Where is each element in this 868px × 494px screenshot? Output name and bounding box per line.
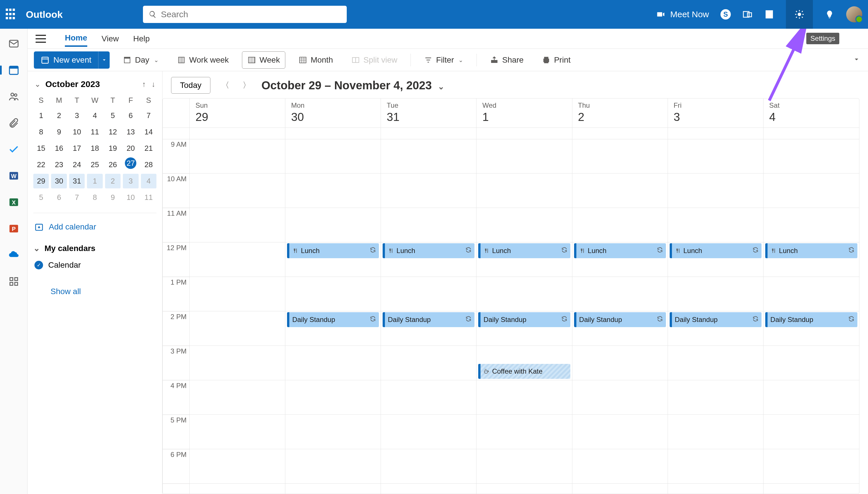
event-lunch[interactable]: Lunch: [287, 243, 379, 258]
mini-day[interactable]: 5: [33, 190, 49, 205]
people-rail-icon[interactable]: [7, 90, 20, 103]
mini-day[interactable]: 7: [69, 190, 85, 205]
app-launcher[interactable]: [6, 8, 17, 20]
mini-day[interactable]: 25: [87, 157, 102, 172]
event-standup[interactable]: Daily Standup: [574, 312, 666, 327]
mini-day[interactable]: 4: [141, 174, 156, 188]
mini-day[interactable]: 27: [125, 157, 136, 169]
mini-day[interactable]: 24: [69, 157, 85, 172]
tab-home[interactable]: Home: [65, 31, 87, 47]
account-avatar[interactable]: [846, 6, 862, 22]
todo-rail-icon[interactable]: [7, 143, 20, 156]
mini-day[interactable]: 26: [105, 157, 121, 172]
nav-toggle[interactable]: [36, 35, 46, 43]
mini-day[interactable]: 8: [33, 125, 49, 139]
chevron-down-icon[interactable]: ⌄: [35, 80, 41, 89]
prev-week-button[interactable]: 〈: [219, 80, 232, 91]
event-coffee[interactable]: Coffee with Kate: [478, 364, 570, 379]
mini-day[interactable]: 6: [51, 190, 66, 205]
my-calendars-toggle[interactable]: ⌄ My calendars: [33, 244, 156, 253]
mini-day[interactable]: 14: [141, 125, 156, 139]
mini-day[interactable]: 19: [105, 141, 121, 156]
day-column[interactable]: [190, 139, 285, 494]
tab-view[interactable]: View: [102, 31, 119, 46]
skype-icon[interactable]: S: [721, 9, 731, 20]
new-event-caret[interactable]: [98, 52, 110, 69]
mini-day[interactable]: 2: [51, 108, 66, 123]
mini-day[interactable]: 7: [141, 108, 156, 123]
mini-day[interactable]: 20: [123, 141, 138, 156]
event-lunch[interactable]: Lunch: [382, 243, 474, 258]
mini-day[interactable]: 30: [51, 174, 66, 188]
calendar-rail-icon[interactable]: [7, 64, 20, 76]
teams-icon[interactable]: [742, 9, 753, 20]
event-standup[interactable]: Daily Standup: [382, 312, 474, 327]
next-week-button[interactable]: 〉: [240, 80, 253, 91]
mini-day[interactable]: 2: [105, 174, 121, 188]
mini-day[interactable]: 16: [51, 141, 66, 156]
mini-day[interactable]: 8: [87, 190, 102, 205]
mini-day[interactable]: 15: [33, 141, 49, 156]
powerpoint-rail-icon[interactable]: P: [7, 222, 20, 235]
new-event-button[interactable]: New event: [34, 52, 98, 69]
calendar-list-item[interactable]: ✓ Calendar: [33, 261, 156, 270]
weekday-header[interactable]: Tue31: [381, 98, 476, 128]
weekday-header[interactable]: Sun29: [190, 98, 285, 128]
mini-day[interactable]: 12: [105, 125, 121, 139]
calendar-checkbox-icon[interactable]: ✓: [35, 261, 43, 269]
tips-icon[interactable]: [824, 9, 835, 20]
workweek-view-button[interactable]: Work week: [172, 52, 234, 69]
show-all-link[interactable]: Show all: [33, 287, 156, 296]
settings-button[interactable]: [786, 0, 813, 29]
day-column[interactable]: LunchDaily StandupCoffee with Kate: [476, 139, 572, 494]
mini-day[interactable]: 18: [87, 141, 102, 156]
weekday-header[interactable]: Sat4: [764, 98, 859, 128]
word-rail-icon[interactable]: W: [7, 169, 20, 182]
mini-day[interactable]: 5: [105, 108, 121, 123]
files-rail-icon[interactable]: [7, 117, 20, 129]
mini-day[interactable]: 4: [87, 108, 102, 123]
toolbar-overflow[interactable]: [853, 56, 860, 64]
notes-icon[interactable]: [764, 9, 774, 20]
event-standup[interactable]: Daily Standup: [287, 312, 379, 327]
search-box[interactable]: [143, 6, 347, 23]
mini-day[interactable]: 23: [51, 157, 66, 172]
day-view-button[interactable]: Day⌄: [118, 52, 164, 69]
mini-day[interactable]: 29: [33, 174, 49, 188]
today-button[interactable]: Today: [171, 77, 211, 94]
excel-rail-icon[interactable]: X: [7, 196, 20, 209]
onedrive-rail-icon[interactable]: [7, 249, 20, 261]
mini-day[interactable]: 10: [69, 125, 85, 139]
week-view-button[interactable]: Week: [242, 52, 285, 69]
weekday-header[interactable]: Mon30: [285, 98, 381, 128]
day-column[interactable]: LunchDaily Standup: [764, 139, 859, 494]
weekday-header[interactable]: Fri3: [668, 98, 764, 128]
print-button[interactable]: Print: [537, 52, 576, 69]
mini-day[interactable]: 1: [33, 108, 49, 123]
mini-day[interactable]: 10: [123, 190, 138, 205]
filter-button[interactable]: Filter⌄: [419, 52, 469, 69]
more-apps-rail-icon[interactable]: [7, 275, 20, 288]
mini-prev-month[interactable]: ↑: [142, 80, 146, 89]
event-lunch[interactable]: Lunch: [574, 243, 666, 258]
add-calendar-button[interactable]: Add calendar: [33, 221, 156, 233]
date-range-heading[interactable]: October 29 – November 4, 2023 ⌄: [261, 79, 445, 92]
meet-now-button[interactable]: Meet Now: [656, 10, 709, 19]
mini-day[interactable]: 17: [69, 141, 85, 156]
search-input[interactable]: [161, 10, 341, 19]
event-lunch[interactable]: Lunch: [765, 243, 857, 258]
day-column[interactable]: LunchDaily Standup: [285, 139, 381, 494]
month-view-button[interactable]: Month: [293, 52, 338, 69]
mail-rail-icon[interactable]: [7, 37, 20, 50]
mini-day[interactable]: 3: [123, 174, 138, 188]
mini-day[interactable]: 3: [69, 108, 85, 123]
event-lunch[interactable]: Lunch: [478, 243, 570, 258]
mini-next-month[interactable]: ↓: [152, 80, 155, 89]
day-column[interactable]: LunchDaily Standup: [381, 139, 476, 494]
mini-day[interactable]: 21: [141, 141, 156, 156]
mini-day[interactable]: 1: [87, 174, 102, 188]
mini-day[interactable]: 11: [87, 125, 102, 139]
mini-day[interactable]: 9: [105, 190, 121, 205]
mini-day[interactable]: 9: [51, 125, 66, 139]
day-column[interactable]: LunchDaily Standup: [572, 139, 668, 494]
